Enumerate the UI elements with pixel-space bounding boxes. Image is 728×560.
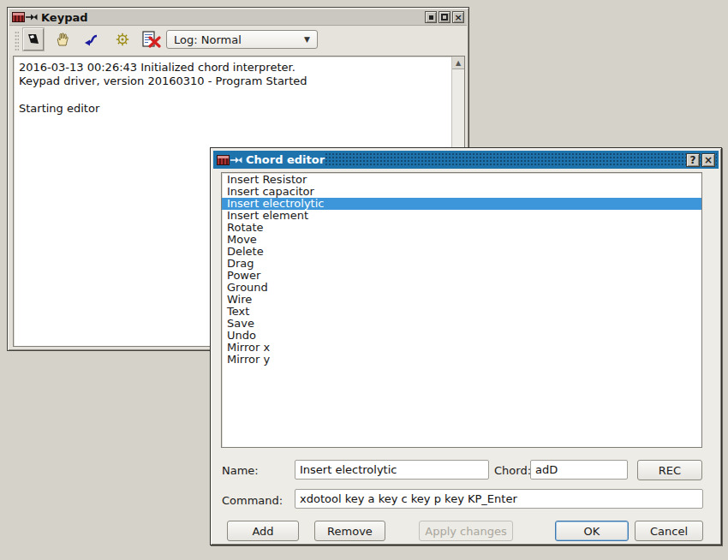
help-icon: ? bbox=[690, 155, 696, 165]
list-item[interactable]: Mirror y bbox=[222, 354, 701, 366]
chord-editor-titlebar[interactable]: Chord editor ? × bbox=[213, 151, 719, 169]
list-item[interactable]: Insert element bbox=[222, 210, 701, 222]
toolbar-grip[interactable] bbox=[15, 31, 19, 51]
chord-input[interactable] bbox=[530, 460, 628, 480]
swap-arrow-button[interactable] bbox=[81, 28, 102, 51]
list-item[interactable]: Save bbox=[222, 318, 701, 330]
arrow-up-icon: ▲ bbox=[456, 59, 461, 67]
clear-log-icon bbox=[141, 31, 162, 48]
pin-icon bbox=[230, 156, 242, 164]
chord-label: Chord: bbox=[494, 461, 531, 480]
add-button[interactable]: Add bbox=[227, 521, 299, 541]
list-item[interactable]: Move bbox=[222, 234, 701, 246]
chevron-down-icon: ▼ bbox=[304, 35, 310, 44]
hand-tool-button[interactable] bbox=[52, 28, 73, 51]
maximize-button[interactable] bbox=[439, 11, 451, 23]
close-button[interactable]: × bbox=[452, 11, 464, 23]
log-level-value: Log: Normal bbox=[174, 33, 242, 46]
titlebar-texture bbox=[325, 152, 717, 167]
close-icon: × bbox=[704, 155, 713, 165]
list-item[interactable]: Wire bbox=[222, 294, 701, 306]
pin-icon bbox=[26, 13, 38, 21]
hand-icon bbox=[55, 32, 70, 47]
minimize-icon bbox=[429, 15, 433, 20]
name-input[interactable] bbox=[295, 460, 489, 480]
command-input[interactable] bbox=[295, 489, 703, 509]
list-item[interactable]: Mirror x bbox=[222, 342, 701, 354]
list-item[interactable]: Undo bbox=[222, 330, 701, 342]
chord-editor-window: Chord editor ? × Insert ResistorInsert c… bbox=[210, 147, 722, 545]
minimize-button[interactable] bbox=[425, 11, 437, 23]
list-item[interactable]: Drag bbox=[222, 258, 701, 270]
draw-tool-button[interactable] bbox=[23, 28, 44, 51]
list-item[interactable]: Delete bbox=[222, 246, 701, 258]
rec-button[interactable]: REC bbox=[637, 460, 702, 480]
clear-log-button[interactable] bbox=[140, 28, 164, 51]
close-button[interactable]: × bbox=[701, 153, 715, 167]
keypad-toolbar: Log: Normal ▼ bbox=[9, 27, 467, 56]
gear-button[interactable] bbox=[112, 28, 133, 51]
command-label: Command: bbox=[222, 491, 283, 510]
list-item[interactable]: Text bbox=[222, 306, 701, 318]
apply-changes-button[interactable]: Apply changes bbox=[419, 521, 513, 541]
log-level-select[interactable]: Log: Normal ▼ bbox=[166, 30, 318, 49]
maximize-icon bbox=[441, 14, 448, 21]
cancel-button[interactable]: Cancel bbox=[635, 521, 703, 541]
list-item[interactable]: Insert electrolytic bbox=[222, 198, 701, 210]
remove-button[interactable]: Remove bbox=[314, 521, 385, 541]
list-item[interactable]: Insert Resistor bbox=[222, 174, 701, 186]
chord-editor-title: Chord editor bbox=[246, 153, 325, 166]
scroll-up-button[interactable]: ▲ bbox=[452, 57, 464, 69]
s-curve-arrow-icon bbox=[83, 33, 100, 46]
close-icon: × bbox=[454, 13, 462, 22]
keypad-titlebar[interactable]: Keypad × bbox=[9, 9, 467, 26]
app-icon bbox=[217, 155, 230, 165]
app-icon bbox=[12, 12, 25, 22]
list-item[interactable]: Ground bbox=[222, 282, 701, 294]
help-button[interactable]: ? bbox=[686, 153, 700, 167]
list-item[interactable]: Rotate bbox=[222, 222, 701, 234]
list-item[interactable]: Insert capacitor bbox=[222, 186, 701, 198]
chord-list[interactable]: Insert ResistorInsert capacitorInsert el… bbox=[221, 172, 702, 448]
ok-button[interactable]: OK bbox=[555, 521, 629, 541]
list-item[interactable]: Power bbox=[222, 270, 701, 282]
pen-icon bbox=[26, 32, 41, 47]
keypad-window-title: Keypad bbox=[41, 11, 88, 24]
name-label: Name: bbox=[222, 461, 259, 480]
gear-icon bbox=[116, 33, 129, 46]
